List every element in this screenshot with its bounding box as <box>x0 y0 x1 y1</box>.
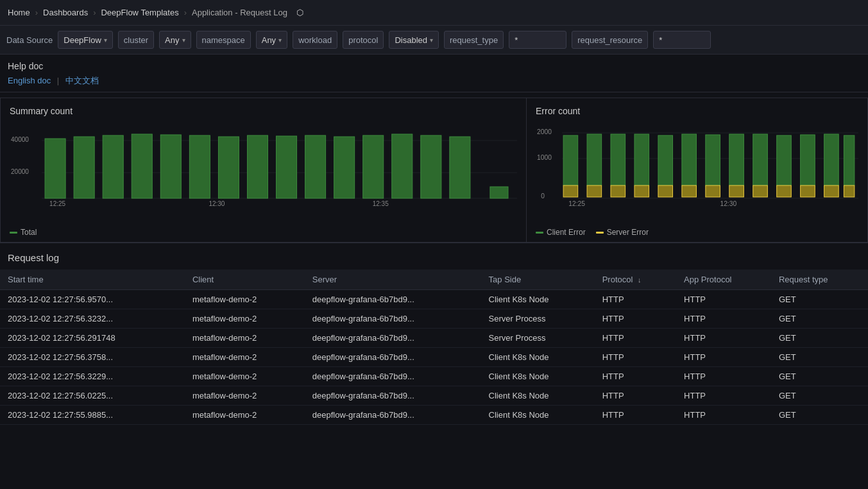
server-cell: deepflow-grafana-6b7bd9... <box>305 367 481 386</box>
request-type-input[interactable] <box>509 31 566 49</box>
server-cell: deepflow-grafana-6b7bd9... <box>305 290 481 309</box>
client-error-label: Client Error <box>547 228 586 237</box>
nav-deepflow[interactable]: DeepFlow Templates <box>101 8 178 17</box>
chinese-doc-link[interactable]: 中文文档 <box>65 76 99 85</box>
svg-rect-11 <box>218 137 239 198</box>
tap-side-cell: Client K8s Node <box>481 406 595 425</box>
app-protocol-cell: HTTP <box>676 309 771 329</box>
svg-rect-16 <box>363 135 384 198</box>
svg-text:0: 0 <box>541 193 545 200</box>
svg-rect-38 <box>658 135 673 185</box>
request-type-cell: GET <box>771 290 868 309</box>
request-log-section: Request log Start time Client Server Tap… <box>0 243 868 425</box>
svg-rect-15 <box>334 137 355 198</box>
svg-rect-5 <box>45 139 65 198</box>
svg-rect-7 <box>103 135 123 198</box>
svg-rect-54 <box>844 135 854 185</box>
server-error-label: Server Error <box>607 228 649 237</box>
protocol-cell: HTTP <box>595 309 676 329</box>
svg-text:12:25: 12:25 <box>568 200 585 207</box>
tap-side-cell: Client K8s Node <box>481 290 595 309</box>
protocol-sort-icon[interactable]: ↓ <box>638 276 642 284</box>
table-row[interactable]: 2023-12-02 12:27:55.9885...metaflow-demo… <box>0 406 868 425</box>
svg-rect-52 <box>824 134 839 185</box>
request-type-cell: GET <box>771 406 868 425</box>
client-cell: metaflow-demo-2 <box>185 348 305 367</box>
svg-rect-46 <box>753 134 768 185</box>
summary-chart-area: 40000 20000 <box>10 123 517 225</box>
namespace-value: Any <box>262 35 276 45</box>
server-cell: deepflow-grafana-6b7bd9... <box>305 329 481 348</box>
protocol-chevron: ▾ <box>430 37 433 44</box>
tap-side-cell: Server Process <box>481 309 595 329</box>
col-start-time: Start time <box>0 270 185 290</box>
svg-text:12:30: 12:30 <box>720 200 736 207</box>
svg-rect-10 <box>189 135 210 198</box>
request-log-table: Start time Client Server Tap Side Protoc… <box>0 270 868 425</box>
help-title: Help doc <box>8 61 860 71</box>
data-source-chevron: ▾ <box>104 37 107 44</box>
error-chart-title: Error count <box>536 106 858 116</box>
table-row[interactable]: 2023-12-02 12:27:56.3232...metaflow-demo… <box>0 309 868 329</box>
namespace-dropdown[interactable]: Any ▾ <box>256 31 287 49</box>
protocol-cell: HTTP <box>595 406 676 425</box>
log-table-body: 2023-12-02 12:27:56.9570...metaflow-demo… <box>0 290 868 425</box>
client-cell: metaflow-demo-2 <box>185 309 305 329</box>
error-chart-svg: 2000 1000 0 <box>536 123 858 212</box>
table-row[interactable]: 2023-12-02 12:27:56.3229...metaflow-demo… <box>0 367 868 386</box>
data-source-dropdown[interactable]: DeepFlow ▾ <box>58 31 113 49</box>
start-time-cell: 2023-12-02 12:27:56.0225... <box>0 386 185 406</box>
col-client: Client <box>185 270 305 290</box>
start-time-cell: 2023-12-02 12:27:56.3229... <box>0 367 185 386</box>
error-chart-legend: Client Error Server Error <box>536 228 858 237</box>
workload-label: workload <box>293 31 337 49</box>
charts-row: Summary count 40000 20000 <box>0 92 868 243</box>
col-protocol: Protocol ↓ <box>595 270 676 290</box>
col-server: Server <box>305 270 481 290</box>
nav-home[interactable]: Home <box>8 8 30 17</box>
protocol-dropdown[interactable]: Disabled ▾ <box>389 31 439 49</box>
client-cell: metaflow-demo-2 <box>185 386 305 406</box>
cluster-chevron: ▾ <box>182 37 185 44</box>
protocol-value: Disabled <box>395 35 427 45</box>
english-doc-link[interactable]: English doc <box>8 76 51 85</box>
app-protocol-cell: HTTP <box>676 348 771 367</box>
svg-rect-48 <box>777 135 792 185</box>
data-source-label: Data Source <box>6 35 53 45</box>
svg-rect-18 <box>421 135 441 198</box>
start-time-cell: 2023-12-02 12:27:56.9570... <box>0 290 185 309</box>
top-nav: Home › Dashboards › DeepFlow Templates ›… <box>0 0 868 26</box>
svg-text:2000: 2000 <box>537 128 552 135</box>
protocol-cell: HTTP <box>595 367 676 386</box>
request-resource-input[interactable] <box>653 31 711 49</box>
svg-rect-55 <box>844 185 854 197</box>
app-protocol-cell: HTTP <box>676 367 771 386</box>
table-row[interactable]: 2023-12-02 12:27:56.9570...metaflow-demo… <box>0 290 868 309</box>
svg-rect-19 <box>450 137 470 198</box>
request-type-cell: GET <box>771 386 868 406</box>
svg-rect-47 <box>753 185 768 197</box>
share-icon[interactable]: ⬡ <box>296 8 303 17</box>
svg-rect-8 <box>132 134 152 198</box>
summary-chart-title: Summary count <box>10 106 517 116</box>
request-type-cell: GET <box>771 329 868 348</box>
nav-sep-2: › <box>93 8 96 17</box>
nav-page-title: Application - Request Log <box>192 8 287 17</box>
svg-rect-30 <box>563 135 578 185</box>
svg-rect-32 <box>587 134 602 185</box>
table-row[interactable]: 2023-12-02 12:27:56.291748metaflow-demo-… <box>0 329 868 348</box>
nav-dashboards[interactable]: Dashboards <box>43 8 88 17</box>
nav-sep-1: › <box>35 8 38 17</box>
table-row[interactable]: 2023-12-02 12:27:56.0225...metaflow-demo… <box>0 386 868 406</box>
cluster-label: cluster <box>118 31 154 49</box>
namespace-label: namespace <box>196 31 251 49</box>
table-row[interactable]: 2023-12-02 12:27:56.3758...metaflow-demo… <box>0 348 868 367</box>
summary-legend-dot <box>10 232 17 234</box>
svg-rect-13 <box>277 136 297 198</box>
request-type-cell: GET <box>771 367 868 386</box>
svg-text:12:35: 12:35 <box>373 200 389 207</box>
cluster-dropdown[interactable]: Any ▾ <box>159 31 191 49</box>
server-cell: deepflow-grafana-6b7bd9... <box>305 406 481 425</box>
table-header-row: Start time Client Server Tap Side Protoc… <box>0 270 868 290</box>
svg-rect-12 <box>247 135 268 198</box>
